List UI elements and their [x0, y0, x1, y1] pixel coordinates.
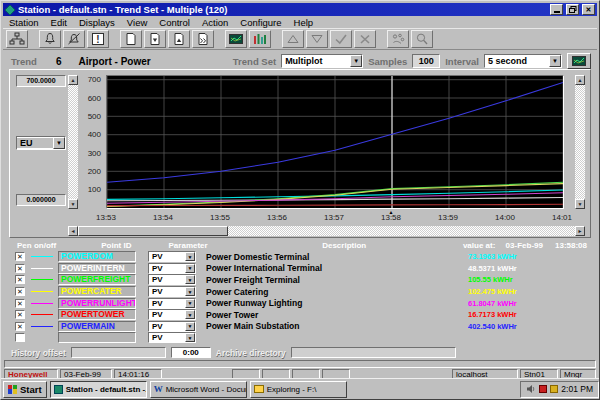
menu-bar: StationEditDisplaysViewControlActionConf… — [3, 16, 597, 28]
detail-display-icon[interactable] — [225, 30, 247, 48]
close-button[interactable]: ✕ — [582, 4, 595, 15]
chevron-down-icon[interactable]: ▼ — [185, 333, 195, 342]
point-id-field[interactable] — [58, 332, 136, 343]
parameter-select[interactable]: PV▼ — [148, 298, 196, 309]
menu-help[interactable]: Help — [288, 17, 320, 28]
scrollbar-thumb[interactable] — [78, 226, 228, 236]
y-axis-tick: 500 — [88, 112, 101, 121]
pen-checkbox[interactable]: ✕ — [15, 287, 25, 296]
pen-checkbox[interactable] — [15, 333, 25, 342]
trend-bars-icon[interactable] — [249, 30, 271, 48]
menu-edit[interactable]: Edit — [45, 17, 73, 28]
parameter-select[interactable]: PV▼ — [148, 309, 196, 320]
archive-directory-field[interactable] — [291, 347, 456, 358]
raise-icon[interactable] — [282, 30, 304, 48]
trend-display-button[interactable] — [567, 53, 591, 69]
menu-station[interactable]: Station — [3, 17, 45, 28]
samples-field[interactable]: 100 — [412, 54, 440, 68]
parameter-select[interactable]: PV▼ — [148, 263, 196, 274]
pan-icon[interactable] — [387, 30, 409, 48]
zoom-icon[interactable] — [411, 30, 433, 48]
pen-checkbox[interactable]: ✕ — [15, 275, 25, 284]
scroll-up-icon[interactable]: ▲ — [575, 75, 585, 85]
offset-clock-field[interactable]: 0:00 — [171, 347, 211, 358]
y-axis-tick: 400 — [88, 130, 101, 139]
parameter-select[interactable]: PV▼ — [148, 332, 196, 343]
alarm-disable-icon[interactable] — [63, 30, 85, 48]
point-id-field[interactable]: POWERRUNLIGHT — [58, 298, 136, 309]
plot-scrollbar-horizontal[interactable]: ◄ ► — [68, 225, 585, 236]
pen-value: 105.55 kWHr — [468, 275, 591, 284]
pen-color-line — [31, 291, 53, 292]
scroll-down-icon[interactable]: ▼ — [68, 199, 78, 209]
menu-action[interactable]: Action — [196, 17, 234, 28]
scroll-up-icon[interactable]: ▲ — [68, 75, 78, 85]
start-button[interactable]: Start — [3, 381, 47, 398]
tray-status-icon[interactable] — [539, 385, 547, 393]
trend-label: Trend — [11, 56, 37, 67]
chevron-down-icon[interactable]: ▼ — [549, 55, 561, 67]
clear-icon[interactable] — [354, 30, 376, 48]
page-icon[interactable] — [120, 30, 142, 48]
parameter-select[interactable]: PV▼ — [148, 274, 196, 285]
node-tree-icon[interactable] — [6, 30, 28, 48]
menu-displays[interactable]: Displays — [73, 17, 121, 28]
chevron-down-icon[interactable]: ▼ — [185, 287, 195, 296]
parameter-select[interactable]: PV▼ — [148, 286, 196, 297]
chevron-down-icon[interactable]: ▼ — [185, 252, 195, 261]
accept-icon[interactable] — [330, 30, 352, 48]
pen-checkbox[interactable]: ✕ — [15, 264, 25, 273]
point-id-field[interactable]: POWERMAIN — [58, 321, 136, 332]
point-id-field[interactable]: POWERCATER — [58, 286, 136, 297]
minimize-button[interactable] — [550, 4, 563, 15]
point-id-field[interactable]: POWERTOWER — [58, 309, 136, 320]
point-id-field[interactable]: POWERINTERN — [58, 263, 136, 274]
plot-scrollbar-vertical[interactable]: ▲ ▼ — [575, 75, 585, 209]
alarm-bell-icon[interactable] — [39, 30, 61, 48]
taskbar-task[interactable]: Station - default.stn -... — [50, 381, 147, 398]
interval-select[interactable]: 5 second ▼ — [484, 54, 562, 68]
lower-icon[interactable] — [306, 30, 328, 48]
menu-control[interactable]: Control — [153, 17, 196, 28]
message-icon[interactable]: ! — [87, 30, 109, 48]
speaker-icon[interactable] — [526, 384, 536, 394]
taskbar-task[interactable]: Exploring - F:\ — [250, 381, 347, 398]
pen-checkbox[interactable]: ✕ — [15, 310, 25, 319]
trend-number[interactable]: 6 — [56, 56, 62, 67]
chevron-down-icon[interactable]: ▼ — [350, 55, 362, 67]
menu-configure[interactable]: Configure — [234, 17, 287, 28]
page-down-icon[interactable] — [144, 30, 166, 48]
eu-select[interactable]: EU ▼ — [16, 136, 66, 150]
pen-checkbox[interactable]: ✕ — [15, 322, 25, 331]
chevron-down-icon[interactable]: ▼ — [185, 264, 195, 273]
pen-checkbox[interactable]: ✕ — [15, 252, 25, 261]
page-repeat-icon[interactable] — [192, 30, 214, 48]
point-id-field[interactable]: POWERDOM — [58, 251, 136, 262]
pen-checkbox[interactable]: ✕ — [15, 299, 25, 308]
parameter-select[interactable]: PV▼ — [148, 251, 196, 262]
history-offset-field[interactable] — [71, 347, 166, 358]
chevron-down-icon[interactable]: ▼ — [185, 299, 195, 308]
restore-button[interactable] — [566, 4, 579, 15]
range-high-field[interactable]: 700.0000 — [16, 75, 66, 87]
tray-status-icon[interactable] — [550, 385, 558, 393]
trend-set-select[interactable]: Multiplot ▼ — [281, 54, 363, 68]
chevron-down-icon[interactable]: ▼ — [185, 275, 195, 284]
scroll-right-icon[interactable]: ► — [575, 226, 585, 236]
taskbar-task[interactable]: Microsoft Word - Document5 — [150, 381, 247, 398]
app-icon — [5, 5, 15, 15]
parameter-select[interactable]: PV▼ — [148, 321, 196, 332]
trend-plot[interactable] — [106, 75, 564, 209]
chevron-down-icon[interactable]: ▼ — [185, 310, 195, 319]
chevron-down-icon[interactable]: ▼ — [53, 137, 65, 149]
interval-label: Interval — [445, 56, 479, 67]
cursor-marker[interactable]: ▲ — [389, 209, 394, 215]
chevron-down-icon[interactable]: ▼ — [185, 322, 195, 331]
scroll-left-icon[interactable]: ◄ — [68, 226, 78, 236]
range-low-field[interactable]: 0.000000 — [16, 194, 66, 206]
range-scrollbar[interactable]: ▲ ▼ — [68, 75, 78, 209]
menu-view[interactable]: View — [121, 17, 153, 28]
point-id-field[interactable]: POWERFREIGHT — [58, 274, 136, 285]
scroll-down-icon[interactable]: ▼ — [575, 199, 585, 209]
page-up-icon[interactable] — [168, 30, 190, 48]
